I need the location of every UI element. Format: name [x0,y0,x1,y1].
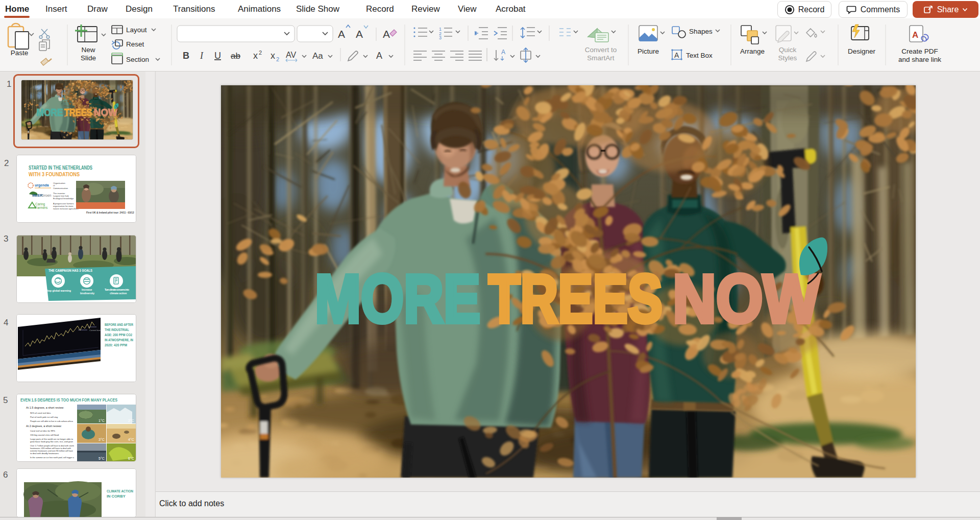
svg-text:U: U [214,51,221,61]
svg-text:A: A [912,30,918,40]
svg-text:IN ATMOSPHERE, IN: IN ATMOSPHERE, IN [105,338,133,342]
svg-text:Communication: Communication [53,187,68,190]
svg-text:grow basic food gray like corn: grow basic food gray like corn, rice, an… [30,440,74,443]
svg-text:Part of north pole ice will st: Part of north pole ice will stay [30,416,58,418]
svg-text:WITH 3 FOUNDATIONS: WITH 3 FOUNDATIONS [29,171,80,177]
svg-text:AGE: 200 PPM CO2: AGE: 200 PPM CO2 [105,333,132,337]
svg-text:A: A [674,51,679,59]
svg-text:1°C: 1°C [99,419,105,422]
svg-text:Create PDF: Create PDF [901,48,938,55]
svg-text:Ecological knowledge: Ecological knowledge [53,197,74,200]
svg-text:First UK & Ireland pilot tour:: First UK & Ireland pilot tour: 24/11 - 0… [86,211,134,214]
svg-text:Picture: Picture [638,48,659,55]
svg-text:climate action: climate action [110,292,127,295]
svg-text:ab: ab [231,51,240,61]
svg-text:A: A [376,51,382,61]
svg-text:90% of coral reef dies: 90% of coral reef dies [30,412,51,414]
svg-text:Quick: Quick [779,46,797,54]
svg-text:Current level: Current level [89,329,101,332]
svg-text:x: x [253,51,258,61]
svg-text:Shapes: Shapes [689,28,713,35]
svg-text:BEFORE AND AFTER: BEFORE AND AFTER [105,322,133,327]
svg-text:I: I [200,51,204,61]
svg-text:x: x [271,51,275,61]
svg-text:and share link: and share link [898,56,941,63]
svg-text:EVEN 1.5 DEGREES IS TOO MUCH F: EVEN 1.5 DEGREES IS TOO MUCH FOR MANY PL… [20,397,117,403]
svg-text:STARTED IN THE NETHERLANDS: STARTED IN THE NETHERLANDS [29,164,92,171]
svg-text:A: A [383,28,390,40]
svg-text:nature inclusive agriculture: nature inclusive agriculture [53,207,79,210]
svg-text:Designer: Designer [848,48,876,55]
svg-text:Section: Section [126,56,149,63]
svg-text:A: A [501,49,505,56]
svg-text:A: A [338,28,345,40]
svg-text:4°C: 4°C [128,438,134,441]
svg-text:B: B [183,51,189,61]
svg-text:Arrange: Arrange [740,48,765,55]
svg-text:Convert to: Convert to [585,46,617,54]
svg-text:to deal with deadly heatwaves: to deal with deadly heatwaves [30,452,59,455]
svg-text:A: A [356,28,363,40]
svg-text:130 big coastal cities will fl: 130 big coastal cities will flood [30,434,59,436]
svg-text:3°C: 3°C [99,438,105,441]
svg-text:5°C: 5°C [99,457,105,460]
svg-text:Text Box: Text Box [686,52,713,59]
svg-text:At 1.5 degrees, a short review: At 1.5 degrees, a short review: [26,406,64,409]
svg-text:2: 2 [276,56,279,62]
svg-text:In the summer an ice free nort: In the summer an ice free north pool, wi… [30,456,75,459]
svg-text:3: 3 [439,35,442,40]
svg-text:biodiversity: biodiversity [80,292,94,295]
svg-text:6°C: 6°C [128,457,134,460]
svg-text:IN CORBY: IN CORBY [107,494,126,499]
svg-text:Turn climate concerns into: Turn climate concerns into [105,288,129,291]
svg-text:Groen: Groen [41,194,52,197]
svg-text:CLIMATE ACTION: CLIMATE ACTION [107,489,133,493]
svg-text:Layout: Layout [126,26,147,34]
svg-text:2°C: 2°C [128,419,134,422]
svg-text:New: New [81,46,95,54]
svg-text:urgenda: urgenda [35,183,49,187]
svg-text:SmartArt: SmartArt [587,54,615,62]
svg-text:Coral reef art dies for 99%: Coral reef art dies for 99% [30,430,55,432]
svg-text:THE CAMPAIGN HAS 3 GOALS: THE CAMPAIGN HAS 3 GOALS [48,268,92,273]
svg-text:Aa: Aa [312,51,323,61]
svg-text:Stop global warming: Stop global warming [46,289,71,292]
svg-text:People are still able to live: People are still able to live in sub-sah… [30,420,74,422]
svg-text:Slide: Slide [81,54,96,62]
svg-text:Farmers: Farmers [35,206,48,209]
svg-text:2020: 420 PPM: 2020: 420 PPM [105,343,127,347]
svg-text:AV: AV [286,51,296,59]
svg-text:Increase: Increase [82,288,92,291]
svg-text:Paste: Paste [11,49,29,57]
svg-text:2: 2 [259,50,262,56]
svg-text:Styles: Styles [778,54,797,62]
svg-text:THE INDUSTRIAL: THE INDUSTRIAL [105,327,129,332]
svg-text:At 2 degrees, a short review:: At 2 degrees, a short review: [26,424,62,428]
svg-text:Reset: Reset [126,40,144,48]
